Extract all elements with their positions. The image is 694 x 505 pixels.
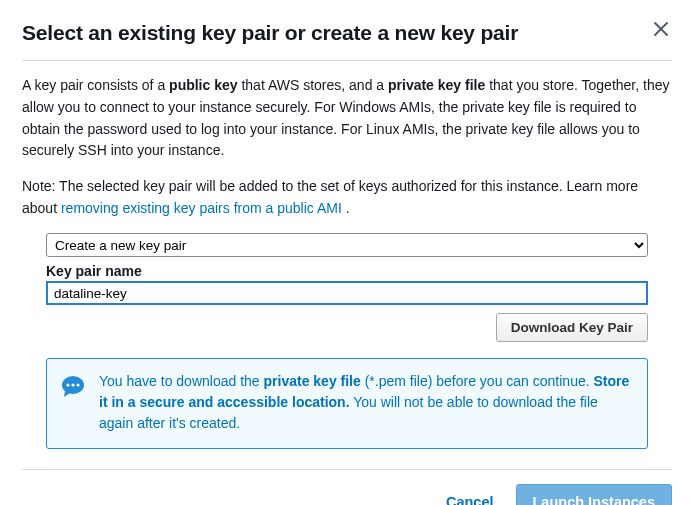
cancel-button[interactable]: Cancel bbox=[442, 488, 498, 505]
info-box: You have to download the private key fil… bbox=[46, 358, 648, 449]
key-pair-name-input[interactable] bbox=[46, 281, 648, 305]
key-pair-name-label: Key pair name bbox=[46, 263, 648, 279]
download-key-pair-button[interactable]: Download Key Pair bbox=[496, 313, 648, 342]
info-icon bbox=[61, 373, 87, 399]
svg-point-5 bbox=[76, 384, 79, 387]
svg-point-3 bbox=[66, 384, 69, 387]
dialog-header: Select an existing key pair or create a … bbox=[22, 20, 672, 61]
dialog-title: Select an existing key pair or create a … bbox=[22, 20, 518, 46]
note-text: Note: The selected key pair will be adde… bbox=[22, 176, 672, 219]
info-text: You have to download the private key fil… bbox=[99, 371, 633, 434]
key-pair-dialog: Select an existing key pair or create a … bbox=[0, 0, 694, 505]
remove-keypairs-link[interactable]: removing existing key pairs from a publi… bbox=[61, 200, 342, 216]
svg-point-4 bbox=[71, 384, 74, 387]
close-icon bbox=[652, 20, 670, 38]
dialog-footer: Cancel Launch Instances bbox=[22, 469, 672, 505]
close-button[interactable] bbox=[650, 20, 672, 38]
description-text: A key pair consists of a public key that… bbox=[22, 75, 672, 162]
launch-instances-button[interactable]: Launch Instances bbox=[516, 484, 672, 505]
key-pair-action-select[interactable]: Create a new key pair bbox=[46, 233, 648, 257]
form-block: Create a new key pair Key pair name Down… bbox=[46, 233, 648, 449]
